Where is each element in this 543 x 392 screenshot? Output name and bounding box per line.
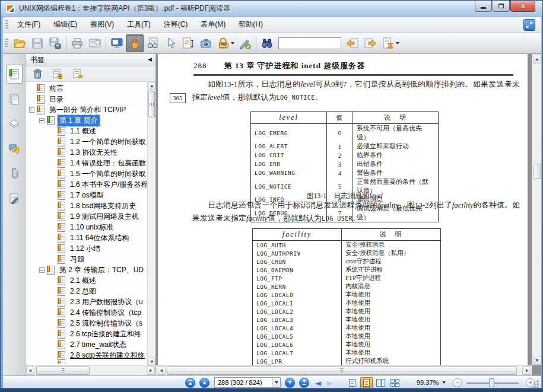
bookmark-tree-item[interactable]: 2.1 概述 (26, 275, 147, 286)
reading-mode-button[interactable] (144, 34, 161, 52)
scroll-right-button[interactable] (147, 366, 155, 375)
scroll-thumb[interactable] (533, 164, 541, 179)
previous-view-button[interactable]: ◄ (315, 379, 321, 387)
open-button[interactable] (11, 34, 28, 52)
bookmark-tree-item[interactable]: 习题 (26, 254, 147, 264)
titlebar[interactable]: UNIX网络编程卷1：套接字联网API（第3版）.pdf - 福昕PDF阅读器 (1, 1, 542, 17)
find-next-button[interactable] (361, 34, 379, 52)
resize-grip[interactable] (532, 380, 539, 388)
bookmark-tree-item[interactable] (26, 361, 147, 364)
menu-item[interactable]: 表单(M) (194, 17, 232, 32)
continuous-layout-button[interactable] (360, 377, 373, 388)
document-hscrollbar[interactable] (156, 365, 532, 375)
zoom-out-button[interactable]: − (453, 378, 462, 387)
delete-bookmark-button[interactable] (30, 68, 45, 81)
save-button[interactable] (28, 34, 46, 52)
facing-layout-button[interactable] (374, 377, 387, 388)
collapse-sidebar-icon[interactable]: ◀ (148, 56, 152, 62)
zoom-dropdown-caret[interactable] (442, 381, 446, 384)
select-annotation-button[interactable] (161, 34, 179, 52)
expand-toolbar-icon[interactable] (523, 19, 535, 31)
attachments-panel-button[interactable] (6, 164, 23, 183)
save-as-button[interactable] (46, 34, 64, 52)
bookmark-tree-item[interactable]: 1.4 错误处理：包裹函数 (26, 158, 147, 168)
signatures-panel-button[interactable] (6, 189, 23, 208)
menu-item[interactable]: 视图(V) (84, 17, 120, 32)
bookmark-tree-item[interactable]: 2.7 time_wait状态 (26, 339, 147, 350)
menu-item[interactable]: 编辑(E) (47, 17, 84, 32)
menu-item[interactable]: 注释(C) (157, 17, 195, 32)
scroll-thumb[interactable] (36, 366, 90, 375)
page-history-button[interactable] (379, 34, 402, 52)
fit-window-button[interactable] (108, 34, 126, 52)
scroll-left-button[interactable] (157, 366, 166, 375)
rms-protect-button[interactable]: RMS (215, 34, 236, 52)
rms-dropdown-caret[interactable] (231, 42, 234, 44)
pages-panel-button[interactable] (6, 90, 23, 109)
comments-panel-button[interactable] (6, 139, 23, 158)
bookmark-tree-item[interactable]: 2.8 sctp关联的建立和终 (26, 350, 147, 361)
continuous-facing-layout-button[interactable] (389, 377, 401, 388)
expand-bookmark-button[interactable] (71, 68, 85, 81)
bookmark-tree-item[interactable]: 2.5 流控制传输协议（s (26, 318, 147, 329)
find-button[interactable] (258, 34, 276, 52)
last-page-button[interactable]: ▼ (299, 378, 309, 388)
document-vscrollbar[interactable] (532, 54, 541, 365)
snapshot-button[interactable] (197, 34, 215, 52)
scroll-up-button[interactable] (148, 82, 155, 90)
bookmark-tree-item[interactable]: 1.11 64位体系结构 (26, 232, 147, 243)
scroll-right-button[interactable] (522, 366, 531, 375)
single-page-layout-button[interactable] (346, 377, 358, 388)
page-history-caret[interactable] (396, 42, 399, 44)
sidebar-vscrollbar[interactable] (147, 82, 155, 365)
previous-page-button[interactable]: ▲ (199, 378, 209, 388)
page-number-field[interactable]: 288 (302 / 824) (214, 377, 281, 388)
scroll-down-button[interactable] (148, 358, 155, 365)
bookmark-tree-item[interactable]: 1.6 本书中客户/服务器程 (26, 179, 147, 190)
bookmark-tree-item[interactable]: 1.8 bsd网络支持历史 (26, 200, 147, 211)
tree-expander-icon[interactable] (39, 267, 45, 273)
bookmark-tree-item[interactable]: 1.5 一个简单的时间获取 (26, 168, 147, 179)
add-bookmark-button[interactable] (50, 68, 65, 81)
bookmark-tree-item[interactable]: 第 1 章 简介 (26, 115, 147, 126)
hand-tool-button[interactable] (126, 34, 144, 52)
bookmark-tree-item[interactable]: 2.6 tcp连接的建立和终 (26, 329, 147, 339)
bookmark-tree-item[interactable]: 1.7 os模型 (26, 190, 147, 200)
bookmark-tree-item[interactable]: 1.1 概述 (26, 126, 147, 136)
bookmark-tree-item[interactable]: 1.10 unix标准 (26, 222, 147, 232)
bookmark-tree-item[interactable]: 第 2 章 传输层：TCP、UD (26, 264, 147, 275)
page-field-dropdown[interactable] (272, 378, 280, 387)
next-view-button[interactable]: ► (327, 379, 333, 387)
select-text-button[interactable] (179, 34, 197, 52)
scroll-thumb[interactable] (167, 366, 517, 375)
bookmark-tree-item[interactable]: 第一部分 简介和 TCP/IP (26, 104, 147, 115)
bookmark-tree-item[interactable]: 2.4 传输控制协议（tcp (26, 307, 147, 318)
sidebar-hscrollbar[interactable] (26, 365, 155, 375)
bookmarks-panel-button[interactable] (6, 65, 23, 84)
menu-item[interactable]: 工具(T) (120, 17, 157, 32)
bookmark-tree-item[interactable]: 1.12 小结 (26, 243, 147, 254)
signature-button[interactable] (236, 34, 254, 52)
tree-expander-icon[interactable] (39, 118, 45, 123)
minimize-button[interactable] (475, 1, 492, 12)
bookmark-tree-item[interactable]: 目录 (26, 94, 147, 104)
mail-button[interactable] (86, 34, 104, 52)
search-input[interactable] (278, 37, 341, 49)
next-page-button[interactable]: ▼ (285, 378, 295, 388)
zoom-slider[interactable] (466, 378, 519, 387)
scroll-down-button[interactable] (533, 356, 541, 365)
layers-panel-button[interactable] (6, 114, 23, 133)
print-button[interactable] (68, 34, 86, 52)
bookmark-tree-item[interactable]: 1.2 一个简单的时间获取 (26, 136, 147, 147)
menu-item[interactable]: 帮助(H) (232, 17, 269, 32)
toolbar-grip[interactable] (5, 39, 8, 48)
scroll-up-button[interactable] (533, 55, 541, 63)
menubar-grip[interactable] (5, 20, 8, 30)
scroll-thumb[interactable] (148, 91, 155, 117)
tree-expander-icon[interactable] (29, 107, 34, 113)
menu-item[interactable]: 文件(F) (11, 17, 47, 32)
zoom-slider-thumb[interactable] (489, 378, 494, 387)
close-button[interactable]: × (510, 1, 535, 12)
bookmark-tree-item[interactable]: 2.2 总图 (26, 286, 147, 297)
scroll-left-button[interactable] (26, 366, 34, 375)
